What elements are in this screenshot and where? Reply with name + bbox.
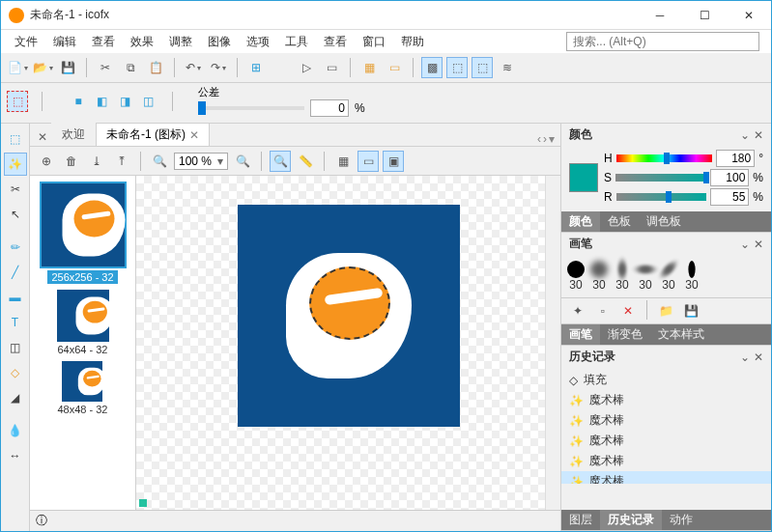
tab-actions[interactable]: 动作 xyxy=(662,510,701,530)
color-swatch[interactable] xyxy=(569,163,598,192)
tab-close-icon[interactable]: ✕ xyxy=(189,128,199,142)
selection-mode-button[interactable]: ⬚ xyxy=(7,91,28,112)
frames-panel[interactable]: 256x256 - 32 64x64 - 32 48x48 - 32 xyxy=(30,176,136,510)
menu-adjust[interactable]: 调整 xyxy=(161,32,200,52)
bri-slider[interactable] xyxy=(616,193,707,201)
brush-new-icon[interactable]: ▫ xyxy=(592,300,614,322)
brush-preset[interactable]: 30 xyxy=(567,261,585,292)
windows-icon[interactable]: ⊞ xyxy=(245,57,267,78)
history-item[interactable]: ✨魔术棒 xyxy=(561,431,771,451)
tolerance-slider[interactable] xyxy=(198,106,304,110)
gradient-tool[interactable]: ◢ xyxy=(4,386,27,409)
menu-file[interactable]: 文件 xyxy=(7,32,45,52)
menu-edit[interactable]: 编辑 xyxy=(45,32,84,52)
menu-view2[interactable]: 查看 xyxy=(316,32,355,52)
tab-gradient[interactable]: 渐变色 xyxy=(600,324,650,345)
delete-frame-button[interactable]: 🗑 xyxy=(61,151,82,172)
panel-close-icon[interactable]: ✕ xyxy=(754,238,763,251)
measure-tool[interactable]: ↔ xyxy=(4,444,27,467)
brush-add-icon[interactable]: ✦ xyxy=(567,300,588,322)
sel-add-icon[interactable]: ◧ xyxy=(91,91,112,112)
brush-panel-header[interactable]: 画笔 ⌄✕ xyxy=(561,233,771,255)
import-button[interactable]: ⤓ xyxy=(86,151,107,172)
fit-view-button[interactable]: ▣ xyxy=(383,151,404,172)
canvas[interactable] xyxy=(238,205,460,427)
text-tool[interactable]: T xyxy=(4,311,27,334)
sel-int-icon[interactable]: ◫ xyxy=(137,91,158,112)
history-panel-header[interactable]: 历史记录 ⌄✕ xyxy=(561,346,771,368)
hue-slider[interactable] xyxy=(616,154,713,162)
menu-tools[interactable]: 工具 xyxy=(277,32,316,52)
menu-image[interactable]: 图像 xyxy=(200,32,239,52)
layers-icon[interactable]: ≋ xyxy=(497,57,518,78)
menu-effect[interactable]: 效果 xyxy=(123,32,161,52)
tab-palette[interactable]: 调色板 xyxy=(639,211,689,232)
frame-item[interactable]: 48x48 - 32 xyxy=(58,361,108,415)
history-item[interactable]: ✨魔术棒 xyxy=(561,451,771,471)
sel-sub-icon[interactable]: ◨ xyxy=(114,91,135,112)
mobile-icon[interactable]: ▭ xyxy=(321,57,342,78)
brush-list[interactable]: 30 30 30 30 30 30 xyxy=(561,255,771,297)
move-tool[interactable]: ↖ xyxy=(4,203,27,226)
minimize-button[interactable]: ─ xyxy=(638,1,682,30)
select-button[interactable]: ⬚ xyxy=(472,57,493,78)
scrollbar-vertical[interactable] xyxy=(545,176,560,510)
brush-tool[interactable]: ✏ xyxy=(4,236,27,259)
crop-tool[interactable]: ✂ xyxy=(4,178,27,201)
tab-document[interactable]: 未命名-1 (图标)✕ xyxy=(96,123,210,146)
checker-button[interactable]: ▩ xyxy=(421,57,443,78)
cut-button[interactable]: ✂ xyxy=(95,57,116,78)
tabs-close-icon[interactable]: ✕ xyxy=(36,128,51,146)
brush-preset[interactable]: 30 xyxy=(614,261,631,292)
menu-view[interactable]: 查看 xyxy=(84,32,123,52)
menu-help[interactable]: 帮助 xyxy=(393,32,432,52)
open-button[interactable]: 📂 xyxy=(32,57,53,78)
fill-view-button[interactable]: ▭ xyxy=(357,151,379,172)
history-item[interactable]: ✨魔术棒 xyxy=(561,471,771,484)
line-tool[interactable]: ╱ xyxy=(4,261,27,284)
rect-tool[interactable]: ▬ xyxy=(4,286,27,309)
tab-prev-icon[interactable]: ‹ xyxy=(537,132,541,146)
zoom-in-button[interactable]: 🔍 xyxy=(232,151,253,172)
sat-value[interactable]: 100 xyxy=(710,169,749,186)
tab-next-icon[interactable]: › xyxy=(543,132,547,146)
sel-new-icon[interactable]: ■ xyxy=(68,91,89,112)
menu-window[interactable]: 窗口 xyxy=(355,32,393,52)
save-button[interactable]: 💾 xyxy=(57,57,78,78)
eraser-tool[interactable]: ◫ xyxy=(4,336,27,359)
canvas-area[interactable] xyxy=(136,176,560,510)
marquee-tool[interactable]: ⬚ xyxy=(4,127,27,151)
tab-menu-icon[interactable]: ▾ xyxy=(549,132,555,146)
redo-button[interactable]: ↷ xyxy=(208,57,229,78)
panel-close-icon[interactable]: ✕ xyxy=(754,128,763,142)
export-button[interactable]: ⤒ xyxy=(111,151,132,172)
tab-textstyle[interactable]: 文本样式 xyxy=(650,324,712,345)
tab-history[interactable]: 历史记录 xyxy=(600,510,662,530)
fill-tool[interactable]: ◇ xyxy=(4,361,27,384)
new-button[interactable]: 📄 xyxy=(7,57,28,78)
tab-layers[interactable]: 图层 xyxy=(561,510,600,530)
add-frame-button[interactable]: ⊕ xyxy=(36,151,57,172)
brush-folder-icon[interactable]: 📁 xyxy=(655,300,676,322)
brush-preset[interactable]: 30 xyxy=(683,261,701,292)
grid-icon[interactable]: ▦ xyxy=(358,57,380,78)
panel-close-icon[interactable]: ✕ xyxy=(754,350,763,364)
color-panel-header[interactable]: 颜色 ⌄✕ xyxy=(561,124,771,146)
tolerance-value[interactable]: 0 xyxy=(310,99,349,117)
tab-brush[interactable]: 画笔 xyxy=(561,324,600,345)
eyedropper-tool[interactable]: 💧 xyxy=(4,419,27,442)
android-icon[interactable]: ▷ xyxy=(296,57,317,78)
brush-preset[interactable]: 30 xyxy=(590,261,608,292)
zoom-out-button[interactable]: 🔍 xyxy=(149,151,170,172)
copy-button[interactable]: ⧉ xyxy=(120,57,141,78)
chevron-down-icon[interactable]: ⌄ xyxy=(740,350,750,364)
chevron-down-icon[interactable]: ⌄ xyxy=(740,238,750,251)
close-button[interactable]: ✕ xyxy=(727,1,771,30)
magic-wand-tool[interactable]: ✨ xyxy=(4,153,27,176)
brush-delete-icon[interactable]: ✕ xyxy=(617,300,639,322)
ruler-button[interactable]: 📏 xyxy=(295,151,316,172)
maximize-button[interactable]: ☐ xyxy=(682,1,727,30)
eraser-button[interactable]: ⬚ xyxy=(446,57,468,78)
zoom-select[interactable]: 100 %▾ xyxy=(174,153,228,170)
paste-button[interactable]: 📋 xyxy=(145,57,166,78)
